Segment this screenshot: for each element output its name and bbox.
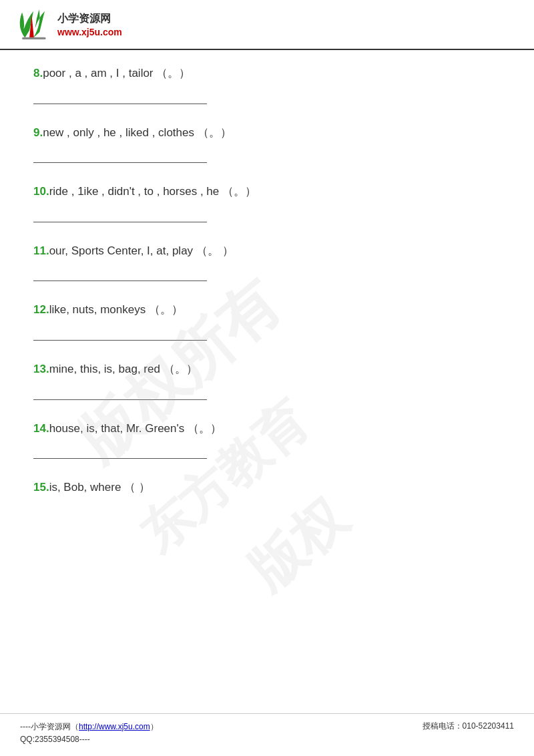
- question-9-answer-line: [33, 147, 207, 163]
- footer-url-link[interactable]: http://www.xj5u.com: [79, 722, 150, 731]
- question-11-number: 11.: [33, 244, 49, 257]
- question-9-number: 9.: [33, 126, 43, 139]
- question-11: 11.our, Sports Center, I, at, play （。 ）: [33, 241, 501, 282]
- logo-icon: [13, 7, 53, 43]
- question-13-text: 13.mine, this, is, bag, red （。）: [33, 359, 501, 380]
- question-12-text: 12.like, nuts, monkeys （。）: [33, 300, 501, 321]
- question-8-number: 8.: [33, 67, 43, 79]
- question-13: 13.mine, this, is, bag, red （。）: [33, 359, 501, 400]
- question-14-number: 14.: [33, 422, 49, 435]
- question-10-answer-line: [33, 206, 207, 222]
- footer: ----小学资源网（http://www.xj5u.com） QQ:235539…: [0, 713, 534, 756]
- question-12: 12.like, nuts, monkeys （。）: [33, 300, 501, 341]
- logo-container: 小学资源网 www.xj5u.com: [13, 7, 122, 43]
- question-13-number: 13.: [33, 363, 49, 375]
- question-8-answer-line: [33, 88, 207, 104]
- question-13-answer-line: [33, 384, 207, 400]
- question-14-text: 14.house, is, that, Mr. Green's （。）: [33, 419, 501, 439]
- question-10-number: 10.: [33, 185, 49, 198]
- question-11-text: 11.our, Sports Center, I, at, play （。 ）: [33, 241, 501, 262]
- logo-url: www.xj5u.com: [57, 26, 122, 38]
- question-12-number: 12.: [33, 303, 49, 316]
- footer-right: 授稿电话：010-52203411: [423, 721, 514, 732]
- question-8-text: 8.poor , a , am , I , tailor （。）: [33, 63, 501, 84]
- watermark: 版权所有 东方教育 版权: [49, 223, 512, 719]
- question-9-text: 9.new , only , he , liked , clothes （。）: [33, 123, 501, 144]
- question-11-answer-line: [33, 265, 207, 281]
- question-10-text: 10.ride , 1ike , didn't , to , horses , …: [33, 182, 501, 202]
- footer-left: ----小学资源网（http://www.xj5u.com） QQ:235539…: [20, 721, 158, 746]
- question-15-number: 15.: [33, 481, 49, 494]
- page-container: 小学资源网 www.xj5u.com 版权所有 东方教育 版权 8.poor ,…: [0, 0, 534, 756]
- question-8: 8.poor , a , am , I , tailor （。）: [33, 63, 501, 104]
- question-14: 14.house, is, that, Mr. Green's （。）: [33, 419, 501, 459]
- question-15-text: 15.is, Bob, where （ ）: [33, 478, 501, 498]
- logo-title: 小学资源网: [57, 12, 122, 26]
- footer-left-line2: QQ:2355394508----: [20, 733, 158, 746]
- question-14-answer-line: [33, 443, 207, 459]
- svg-rect-0: [22, 37, 46, 39]
- logo-text: 小学资源网 www.xj5u.com: [57, 12, 122, 38]
- svg-text:版权: 版权: [237, 486, 360, 602]
- question-15: 15.is, Bob, where （ ）: [33, 478, 501, 498]
- question-12-answer-line: [33, 325, 207, 341]
- question-9: 9.new , only , he , liked , clothes （。）: [33, 123, 501, 164]
- footer-left-line1: ----小学资源网（http://www.xj5u.com）: [20, 721, 158, 733]
- svg-text:东方教育: 东方教育: [128, 390, 318, 563]
- content-area: 版权所有 东方教育 版权 8.poor , a , am , I , tailo…: [0, 57, 534, 530]
- header: 小学资源网 www.xj5u.com: [0, 0, 534, 50]
- question-10: 10.ride , 1ike , didn't , to , horses , …: [33, 182, 501, 222]
